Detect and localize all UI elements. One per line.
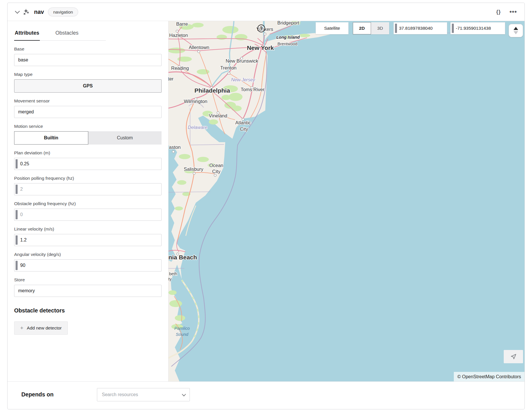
map-label: Delaware	[188, 125, 207, 130]
base-input[interactable]: base	[14, 54, 162, 66]
map-2d-button[interactable]: 2D	[353, 22, 371, 34]
map-label: Salisbury	[184, 166, 203, 172]
resource-title: nav	[34, 9, 44, 15]
map-label: Vineland	[209, 113, 227, 118]
longitude-input[interactable]: -71.93590131438	[450, 22, 505, 34]
store-label: Store	[14, 277, 162, 282]
config-panel: Attributes Obstacles Base base Map type …	[8, 21, 168, 381]
map-label: Atlantic	[235, 120, 251, 125]
map-label: beth	[169, 271, 177, 276]
map-label: ty	[168, 277, 172, 281]
code-braces-icon[interactable]: {}	[496, 9, 501, 15]
tab-attributes[interactable]: Attributes	[14, 29, 40, 41]
town-dot	[264, 33, 266, 35]
map-3d-button[interactable]: 3D	[371, 22, 389, 34]
map-label: City	[212, 169, 221, 174]
town-dot	[193, 172, 195, 175]
position-polling-input[interactable]: 2	[14, 183, 162, 195]
depends-on-select[interactable]: Search resources	[97, 388, 190, 401]
tab-bar: Attributes Obstacles	[14, 29, 106, 41]
map-type-gps-button[interactable]: GPS	[14, 79, 162, 93]
resource-card: nav navigation {} ••• Attributes Obstacl…	[7, 3, 525, 409]
town-dot	[198, 50, 200, 53]
navigate-icon	[510, 353, 517, 360]
map-label: Pamlico	[174, 326, 190, 331]
town-dot	[214, 174, 216, 177]
map-label: aston	[169, 145, 181, 150]
map-label: Long Island	[276, 35, 300, 40]
motion-service-custom[interactable]: Custom	[88, 131, 162, 145]
map-label: Hazleton	[169, 33, 188, 38]
plan-deviation-label: Plan deviation (m)	[14, 150, 162, 156]
motion-service-toggle: Builtin Custom	[14, 131, 162, 145]
obstacle-detectors-heading: Obstacle detectors	[14, 307, 162, 314]
map-attribution: © OpenStreetMap Contributors	[454, 372, 524, 381]
store-input[interactable]: memory	[14, 285, 162, 297]
tab-obstacles[interactable]: Obstacles	[55, 29, 79, 41]
add-detector-button[interactable]: + Add new detector	[14, 321, 68, 335]
map-type-label: Map type	[14, 72, 162, 77]
map-label: Bridgeport	[277, 21, 299, 25]
map-label: Reading	[171, 65, 189, 71]
map-label: Philadelphia	[194, 87, 230, 94]
map-label: ter	[168, 76, 174, 81]
map-label: Ocean	[209, 163, 223, 168]
motion-service-label: Motion service	[14, 124, 162, 129]
map-label: Brentwood	[278, 42, 297, 46]
map-label: New Jersey	[231, 77, 255, 82]
map-label: Barre	[176, 21, 188, 27]
ellipsis-menu-icon[interactable]: •••	[509, 10, 517, 13]
map-label: New York	[247, 44, 274, 51]
collapse-chevron-icon[interactable]	[15, 9, 20, 14]
obstacle-polling-input[interactable]: 0	[14, 209, 162, 221]
town-dot	[172, 151, 175, 153]
movement-sensor-input[interactable]: merged	[14, 106, 162, 118]
obstacle-polling-label: Obstacle polling frequency (hz)	[14, 201, 162, 206]
plus-icon: +	[20, 325, 23, 331]
plan-deviation-input[interactable]: 0.25	[14, 158, 162, 170]
motion-service-builtin[interactable]: Builtin	[14, 131, 88, 145]
map-label: Allentown	[189, 45, 209, 50]
chevron-down-icon	[182, 392, 186, 396]
angular-velocity-input[interactable]: 90	[14, 259, 162, 271]
depends-on-heading: Depends on	[21, 391, 97, 398]
navigation-service-icon	[23, 8, 30, 16]
depends-on-section: Depends on Search resources	[8, 381, 524, 409]
step-up-icon	[514, 27, 518, 30]
map-label: Sound	[176, 332, 188, 337]
satellite-toggle-button[interactable]: Satellite	[316, 22, 349, 34]
map-label: New Brunswick	[226, 58, 258, 63]
map-label: City	[240, 126, 248, 132]
town-dot	[228, 72, 230, 74]
step-down-icon	[514, 31, 518, 34]
map-label: Wilmington	[184, 99, 207, 104]
movement-sensor-label: Movement sensor	[14, 98, 162, 104]
map-help-button[interactable]: ?	[257, 25, 265, 32]
recenter-button[interactable]	[504, 350, 523, 363]
map-label: ginia Beach	[168, 254, 197, 261]
angular-velocity-label: Angular velocity (deg/s)	[14, 252, 162, 257]
map-view[interactable]: BarreHazletonAllentownReadingterYonkersN…	[168, 21, 524, 381]
map-canvas: BarreHazletonAllentownReadingterYonkersN…	[168, 21, 524, 381]
linear-velocity-label: Linear velocity (m/s)	[14, 226, 162, 232]
latitude-input[interactable]: 37.81897838040	[394, 22, 447, 34]
map-label: Trenton	[220, 65, 237, 70]
map-label: Toms River	[241, 87, 265, 92]
card-header: nav navigation {} •••	[8, 3, 524, 21]
position-polling-label: Position polling frequency (hz)	[14, 176, 162, 181]
coordinate-stepper[interactable]	[509, 24, 523, 37]
resource-type-badge: navigation	[48, 8, 78, 16]
base-label: Base	[14, 46, 162, 52]
town-dot	[176, 30, 178, 32]
linear-velocity-input[interactable]: 1.2	[14, 234, 162, 246]
